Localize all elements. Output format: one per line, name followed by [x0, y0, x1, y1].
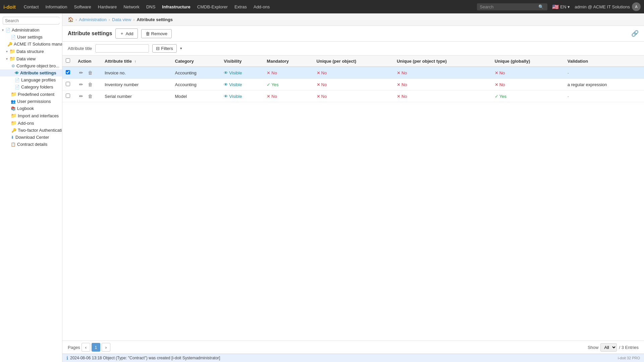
table-wrapper: Action Attribute title ↑ Category Visibi…: [62, 56, 644, 341]
row-checkbox[interactable]: [66, 70, 70, 74]
nav-item-software[interactable]: Software: [71, 3, 95, 11]
people-icon: 👥: [11, 99, 16, 104]
nav-item-information[interactable]: Information: [42, 3, 70, 11]
row-checkbox[interactable]: [66, 82, 70, 86]
sidebar-search-box[interactable]: 🔍: [3, 17, 59, 24]
unique-per-object-col-header: Unique (per object): [313, 56, 393, 67]
link-icon[interactable]: 🔗: [631, 30, 639, 37]
x-icon: ✕: [397, 70, 400, 75]
add-button[interactable]: ＋ Add: [115, 28, 138, 39]
nav-item-add-ons[interactable]: Add-ons: [250, 3, 273, 11]
unique-per-object-value: ✕ No: [317, 70, 390, 75]
sidebar-item-two-factor-authentication[interactable]: 🔑Two-factor Authentication: [0, 127, 62, 134]
x-icon: ✕: [317, 82, 320, 87]
search-icon: 🔍: [538, 4, 544, 9]
edit-button[interactable]: ✏: [78, 69, 85, 76]
global-search-input[interactable]: [480, 4, 537, 9]
pagination-bar: Pages ‹ 1 › Show All 25 50 / 3 Entries: [62, 341, 644, 354]
x-icon: ✕: [317, 94, 320, 99]
sidebar-item-add-ons[interactable]: 📁Add-ons: [0, 119, 62, 127]
sidebar-search-input[interactable]: [5, 18, 61, 23]
row-validation: -: [564, 90, 644, 102]
edit-button[interactable]: ✏: [78, 81, 85, 88]
remove-button[interactable]: 🗑 Remove: [141, 29, 172, 38]
nav-item-network[interactable]: Network: [120, 3, 143, 11]
nav-item-hardware[interactable]: Hardware: [95, 3, 120, 11]
title-col-header[interactable]: Attribute title ↑: [101, 56, 172, 67]
nav-item-dns[interactable]: DNS: [143, 3, 159, 11]
sidebar-item-acme-it-solutions-manag-[interactable]: 🔑ACME IT Solutions manag...: [0, 41, 62, 48]
visibility-value: 👁 Visible: [224, 94, 260, 99]
table-header-row: Action Attribute title ↑ Category Visibi…: [62, 56, 644, 67]
breadcrumb-dataview[interactable]: Data view: [112, 17, 131, 22]
delete-button[interactable]: 🗑: [87, 81, 94, 88]
attribute-title-input[interactable]: [95, 44, 149, 53]
expand-icon: ▾: [6, 57, 8, 61]
sidebar-item-import-and-interfaces[interactable]: 📁Import and interfaces: [0, 112, 62, 119]
row-category: Model: [172, 90, 221, 102]
key-icon: 🔑: [11, 128, 16, 133]
sidebar-item-user-settings[interactable]: 📄User settings: [0, 34, 62, 41]
sidebar-item-attribute-settings[interactable]: 👁Attribute settings: [0, 69, 62, 76]
sidebar-item-label: Logbook: [17, 106, 34, 111]
nav-item-extras[interactable]: Extras: [231, 3, 250, 11]
row-action-cell: ✏ 🗑: [74, 90, 101, 102]
row-checkbox-cell[interactable]: [62, 79, 74, 90]
page-1-button[interactable]: 1: [92, 343, 100, 352]
row-unique-per-object-type: ✕ No: [393, 79, 491, 90]
nav-item-infrastructure[interactable]: Infrastructure: [159, 3, 194, 11]
edit-button[interactable]: ✏: [78, 93, 85, 100]
sidebar-item-contract-details[interactable]: 📋Contract details: [0, 141, 62, 148]
page-icon: 📄: [5, 28, 10, 33]
folder-icon: 📁: [9, 56, 15, 61]
download-icon: ⬇: [11, 135, 14, 140]
delete-button[interactable]: 🗑: [87, 93, 94, 100]
nav-item-cmdb-explorer[interactable]: CMDB-Explorer: [194, 3, 231, 11]
filters-button[interactable]: ⊟ Filters: [152, 44, 176, 53]
chevron-down-icon[interactable]: ▾: [180, 46, 182, 51]
breadcrumb-admin[interactable]: Administration: [79, 17, 106, 22]
global-search-box[interactable]: 🔍: [477, 3, 547, 10]
visibility-value: 👁 Visible: [224, 82, 260, 87]
show-select[interactable]: All 25 50: [600, 343, 617, 352]
row-checkbox[interactable]: [66, 94, 70, 98]
sidebar-item-configure-object-bro-[interactable]: ⚙Configure object bro...: [0, 62, 62, 69]
sidebar-item-user-permissions[interactable]: 👥User permissions: [0, 98, 62, 105]
sidebar-item-label: User settings: [17, 35, 43, 40]
sidebar-item-label: Data view: [16, 56, 36, 61]
sidebar-item-label: Category folders: [21, 84, 53, 89]
row-checkbox-cell[interactable]: [62, 90, 74, 102]
folder-icon: 📁: [11, 92, 16, 97]
user-menu[interactable]: admin @ ACME IT Solutions A: [575, 2, 641, 11]
language-selector[interactable]: 🇺🇸 EN ▾: [552, 4, 570, 10]
sidebar-item-label: Two-factor Authentication: [18, 128, 62, 133]
sidebar-item-data-structure[interactable]: ▾📁Data structure: [0, 48, 62, 55]
row-unique-per-object: ✕ No: [313, 79, 393, 90]
sidebar-item-predefined-content[interactable]: 📁Predefined content: [0, 90, 62, 98]
row-unique-globally: ✕ No: [491, 79, 564, 90]
eye-icon: 👁: [224, 82, 228, 87]
sidebar-item-administration[interactable]: ▾📄Administration: [0, 26, 62, 34]
delete-button[interactable]: 🗑: [87, 69, 94, 76]
x-icon: ✕: [397, 82, 400, 87]
row-checkbox-cell[interactable]: [62, 67, 74, 79]
sidebar-item-label: Data structure: [16, 49, 44, 54]
mandatory-col-header: Mandatory: [263, 56, 313, 67]
next-page-button[interactable]: ›: [102, 343, 110, 352]
sidebar-item-category-folders[interactable]: 📄Category folders: [0, 83, 62, 90]
select-all-header[interactable]: [62, 56, 74, 67]
prev-page-button[interactable]: ‹: [82, 343, 90, 352]
page-title: Attribute settings: [68, 31, 112, 37]
x-icon: ✕: [267, 70, 270, 75]
nav-item-contact[interactable]: Contact: [20, 3, 42, 11]
row-title: Serial number: [101, 90, 172, 102]
home-icon[interactable]: 🏠: [68, 17, 73, 22]
sidebar-item-language-profiles[interactable]: 📄Language profiles: [0, 76, 62, 83]
sidebar-item-logbook[interactable]: 📚Logbook: [0, 105, 62, 112]
table-row: ✏ 🗑 Inventory number Accounting 👁 Visibl…: [62, 79, 644, 90]
x-icon: ✕: [397, 94, 400, 99]
sidebar-item-data-view[interactable]: ▾📁Data view: [0, 55, 62, 62]
visibility-col-header: Visibility: [220, 56, 263, 67]
sidebar-item-download-center[interactable]: ⬇Download Center: [0, 134, 62, 141]
select-all-checkbox[interactable]: [66, 58, 70, 63]
